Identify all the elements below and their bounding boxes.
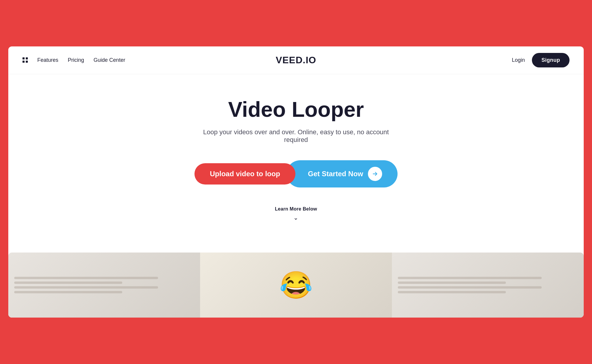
thumbnail-lines-left: [8, 253, 200, 318]
hero-section: Video Looper Loop your videos over and o…: [8, 74, 584, 253]
outer-frame: Features Pricing Guide Center VEED.IO Lo…: [0, 38, 592, 326]
thumbnail-left: [8, 253, 200, 318]
thumb-line: [398, 282, 506, 284]
thumbnail-right: [392, 253, 584, 318]
thumb-line: [14, 282, 122, 284]
nav-guide-center-link[interactable]: Guide Center: [94, 57, 125, 63]
get-started-button[interactable]: Get Started Now: [287, 160, 398, 187]
thumbnail-lines-right: [392, 253, 584, 318]
thumbnail-center: 😂: [200, 253, 392, 318]
nav-right: Login Signup: [387, 53, 570, 67]
thumb-line: [398, 291, 506, 293]
grid-menu-icon[interactable]: [22, 57, 28, 63]
login-link[interactable]: Login: [512, 57, 525, 63]
signup-button[interactable]: Signup: [532, 53, 570, 67]
thumbnails-row: 😂: [8, 253, 584, 318]
thumb-line: [398, 286, 542, 289]
hero-subtitle: Loop your videos over and over. Online, …: [192, 128, 400, 144]
thumb-line: [14, 291, 122, 293]
hero-title: Video Looper: [228, 98, 364, 121]
brand-logo[interactable]: VEED.IO: [276, 55, 316, 65]
chevron-down-icon[interactable]: ⌄: [293, 215, 298, 221]
thumb-line: [14, 286, 158, 289]
thumb-line: [14, 277, 158, 279]
arrow-circle: [368, 167, 382, 181]
navbar: Features Pricing Guide Center VEED.IO Lo…: [8, 46, 584, 74]
nav-center: VEED.IO: [205, 55, 387, 66]
emoji-balloon: 😂: [279, 272, 313, 298]
thumb-line: [398, 277, 542, 279]
arrow-right-icon: [372, 171, 378, 177]
upload-video-button[interactable]: Upload video to loop: [194, 163, 295, 185]
nav-pricing-link[interactable]: Pricing: [68, 57, 84, 63]
learn-more-section: Learn More Below ⌄: [275, 206, 317, 221]
learn-more-label: Learn More Below: [275, 206, 317, 212]
nav-features-link[interactable]: Features: [37, 57, 58, 63]
get-started-label: Get Started Now: [308, 170, 363, 178]
main-container: Features Pricing Guide Center VEED.IO Lo…: [8, 46, 584, 318]
cta-container: Upload video to loop Get Started Now: [194, 160, 398, 187]
nav-left: Features Pricing Guide Center: [22, 57, 205, 63]
